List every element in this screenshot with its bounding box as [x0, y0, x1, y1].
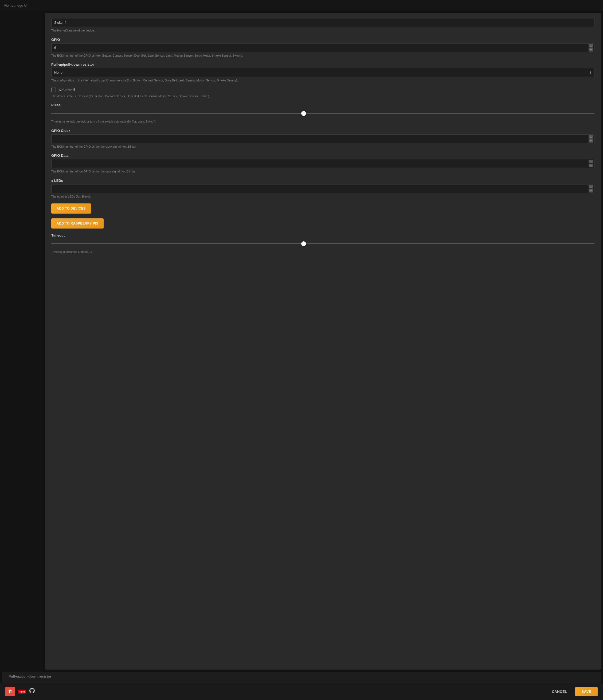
gpio-input[interactable]	[51, 43, 595, 52]
app-title: Homebridge UI	[4, 3, 27, 7]
gpio-group: GPIO ▲ ▼ The BCM number of the GPIO pin …	[51, 38, 595, 58]
homekit-name-desc: The HomeKit name of the device.	[51, 28, 595, 33]
pull-up-desc: The configuration of the internal pull-u…	[51, 78, 595, 83]
gpio-down-arrow[interactable]: ▼	[588, 48, 594, 52]
bottom-left: npm	[5, 686, 35, 696]
fade-label: Pull-up/pull-down resistor	[8, 674, 595, 678]
pulse-slider-thumb[interactable]	[301, 111, 306, 116]
pulse-slider-wrapper[interactable]	[51, 109, 595, 118]
gpio-data-input-wrapper: ▲ ▼	[51, 159, 595, 168]
timeout-slider-track[interactable]	[51, 243, 595, 244]
reversed-desc: The device state is reversed (for: Butto…	[51, 94, 595, 99]
gpio-clock-spinner[interactable]: ▲ ▼	[588, 135, 594, 143]
leds-down-arrow[interactable]: ▼	[588, 189, 594, 193]
sidebar	[0, 11, 43, 672]
pulse-desc: Time in ms to lock the lock or turn off …	[51, 119, 595, 124]
gpio-clock-up-arrow[interactable]: ▲	[588, 135, 594, 139]
gpio-data-input[interactable]	[51, 159, 595, 168]
pull-up-select[interactable]: None Pull-up Pull-down	[51, 68, 595, 77]
leds-label: # LEDs	[51, 179, 595, 183]
delete-button[interactable]	[5, 686, 15, 696]
gpio-data-group: GPIO Data ▲ ▼ The BCM number of the GPIO…	[51, 153, 595, 174]
trash-icon	[8, 689, 12, 694]
timeout-desc: Timeout in seconds. Default: 15.	[51, 250, 595, 254]
gpio-data-up-arrow[interactable]: ▲	[588, 160, 594, 164]
add-to-devices-group: ADD TO DEVICES	[51, 203, 595, 214]
gpio-clock-desc: The BCM number of the GPIO pin for the c…	[51, 145, 595, 149]
gpio-clock-input[interactable]	[51, 134, 595, 143]
add-to-raspberry-button[interactable]: ADD TO RASPBERRY PIS	[51, 218, 104, 228]
save-button[interactable]: SAVE	[575, 687, 598, 696]
gpio-input-wrapper: ▲ ▼	[51, 43, 595, 52]
gpio-spinner[interactable]: ▲ ▼	[588, 44, 594, 52]
leds-desc: The number LEDs (for: Blinkt).	[51, 194, 595, 199]
add-to-devices-button[interactable]: ADD TO DEVICES	[51, 203, 91, 214]
gpio-clock-input-wrapper: ▲ ▼	[51, 134, 595, 143]
pulse-slider-track[interactable]	[51, 113, 595, 114]
leds-input-wrapper: ▲ ▼	[51, 184, 595, 193]
reversed-group: Reversed The device state is reversed (f…	[51, 88, 595, 99]
timeout-group: Timeout Timeout in seconds. Default: 15.	[51, 233, 595, 254]
reversed-checkbox[interactable]	[51, 88, 56, 92]
pulse-group: Pulse Time in ms to lock the lock or tur…	[51, 103, 595, 124]
gpio-data-label: GPIO Data	[51, 153, 595, 157]
gpio-desc: The BCM number of the GPIO pin (for: But…	[51, 53, 595, 58]
timeout-slider-thumb[interactable]	[301, 241, 306, 246]
form-panel: The HomeKit name of the device. GPIO ▲ ▼…	[45, 13, 601, 670]
content-row: The HomeKit name of the device. GPIO ▲ ▼…	[0, 11, 603, 672]
gpio-clock-label: GPIO Clock	[51, 129, 595, 133]
leds-group: # LEDs ▲ ▼ The number LEDs (for: Blinkt)…	[51, 179, 595, 199]
reversed-checkbox-row: Reversed	[51, 88, 595, 92]
bottom-right: CANCEL SAVE	[547, 687, 598, 696]
github-icon	[29, 688, 35, 696]
gpio-data-down-arrow[interactable]: ▼	[588, 164, 594, 167]
leds-spinner[interactable]: ▲ ▼	[588, 185, 594, 193]
pull-up-select-wrapper: None Pull-up Pull-down ⬍	[51, 68, 595, 77]
cancel-button[interactable]: CANCEL	[547, 687, 572, 696]
reversed-label: Reversed	[59, 88, 75, 92]
timeout-label: Timeout	[51, 233, 595, 238]
pulse-label: Pulse	[51, 103, 595, 107]
gpio-data-desc: The BCM number of the GPIO pin for the d…	[51, 169, 595, 174]
add-to-raspberry-group: ADD TO RASPBERRY PIS	[51, 218, 595, 228]
gpio-clock-down-arrow[interactable]: ▼	[588, 139, 594, 143]
fade-section: Pull-up/pull-down resistor	[2, 672, 601, 683]
leds-input[interactable]	[51, 184, 595, 193]
device-name-group: The HomeKit name of the device.	[51, 18, 595, 33]
gpio-clock-group: GPIO Clock ▲ ▼ The BCM number of the GPI…	[51, 129, 595, 149]
gpio-data-spinner[interactable]: ▲ ▼	[588, 160, 594, 167]
pull-up-label: Pull-up/pull-down resistor	[51, 62, 595, 67]
timeout-slider-wrapper[interactable]	[51, 239, 595, 248]
bottom-bar: npm CANCEL SAVE	[0, 683, 603, 700]
device-name-input[interactable]	[51, 18, 595, 27]
gpio-up-arrow[interactable]: ▲	[588, 44, 594, 48]
bottom-icons: npm	[18, 688, 35, 696]
gpio-label: GPIO	[51, 38, 595, 42]
leds-up-arrow[interactable]: ▲	[588, 185, 594, 189]
pull-up-group: Pull-up/pull-down resistor None Pull-up …	[51, 62, 595, 83]
top-bar: Homebridge UI	[0, 0, 603, 11]
npm-badge: npm	[18, 690, 26, 694]
page-wrapper: Homebridge UI The HomeKit name of the de…	[0, 0, 603, 700]
